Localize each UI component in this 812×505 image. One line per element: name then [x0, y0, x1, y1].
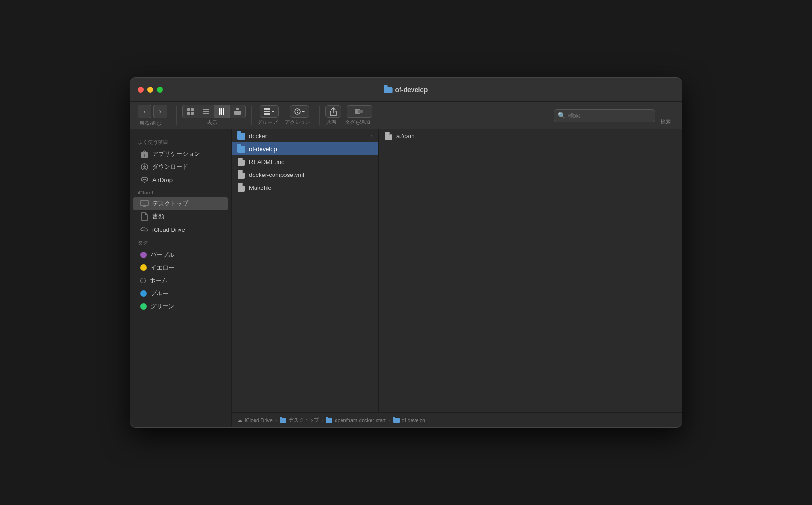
share-button[interactable] — [325, 105, 341, 118]
svg-rect-18 — [297, 112, 298, 113]
documents-icon — [140, 212, 149, 221]
file-doc-icon — [237, 170, 245, 179]
list-item[interactable]: docker-compose.yml — [232, 168, 378, 181]
svg-rect-0 — [187, 108, 190, 111]
nav-label: 戻る/進む — [139, 120, 161, 127]
window-controls — [138, 87, 163, 93]
file-label: Makefile — [249, 184, 271, 191]
toolbar: ‹ › 戻る/進む — [130, 102, 682, 129]
forward-button[interactable]: › — [153, 105, 167, 118]
close-button[interactable] — [138, 87, 144, 93]
window-title: of-develop — [395, 86, 428, 94]
sidebar-item-tag-blue[interactable]: ブルー — [133, 287, 228, 300]
action-button[interactable] — [290, 105, 309, 118]
breadcrumb-folder-icon — [393, 418, 400, 423]
svg-rect-17 — [297, 110, 298, 111]
back-button[interactable]: ‹ — [138, 105, 151, 118]
desktop-icon — [140, 200, 149, 208]
tag-button[interactable] — [347, 105, 372, 118]
sidebar-item-desktop[interactable]: デスクトップ — [133, 197, 228, 210]
column-1: docker › of-develop › README.md doc — [232, 129, 379, 412]
svg-rect-9 — [223, 108, 224, 115]
breadcrumb-icloud: iCloud Drive — [245, 417, 273, 423]
breadcrumb-sep: › — [389, 417, 390, 423]
title-bar: of-develop — [130, 78, 682, 102]
sidebar: よく使う項目 アプリケーション — [130, 129, 232, 427]
file-label: README.md — [249, 159, 284, 165]
breadcrumb-sep: › — [275, 417, 277, 423]
chevron-right-icon: › — [371, 133, 373, 139]
folder-icon — [237, 132, 245, 140]
status-bar: ☁ iCloud Drive › デスクトップ › openfoam-docke… — [232, 412, 682, 427]
column-view-btn[interactable] — [214, 105, 230, 118]
svg-rect-12 — [264, 108, 270, 110]
columns-view: docker › of-develop › README.md doc — [232, 129, 682, 412]
view-label: 表示 — [207, 119, 217, 126]
share-label: 共有 — [326, 119, 336, 126]
yellow-tag-dot — [140, 264, 147, 271]
list-item[interactable]: docker › — [232, 129, 378, 142]
maximize-button[interactable] — [157, 87, 163, 93]
title-bar-center: of-develop — [384, 86, 428, 94]
minimize-button[interactable] — [147, 87, 153, 93]
sidebar-item-tag-home[interactable]: ホーム — [133, 274, 228, 287]
sidebar-item-downloads[interactable]: ダウンロード — [133, 160, 228, 173]
favorites-section-label: よく使う項目 — [130, 135, 231, 147]
chevron-right-icon: › — [371, 146, 373, 152]
sidebar-item-applications[interactable]: アプリケーション — [133, 147, 228, 160]
breadcrumb-folder-icon — [280, 418, 286, 423]
svg-rect-23 — [144, 154, 145, 157]
column-3 — [526, 129, 682, 412]
sidebar-item-tag-green[interactable]: グリーン — [133, 300, 228, 313]
breadcrumb-desktop: デスクトップ — [289, 417, 319, 423]
search-box[interactable]: 🔍 — [554, 109, 655, 122]
file-label: a.foam — [396, 133, 415, 140]
breadcrumb: openfoam-docker-start — [326, 417, 386, 423]
list-item[interactable]: a.foam — [379, 129, 526, 142]
purple-tag-label: パープル — [151, 251, 174, 259]
breadcrumb: ☁ iCloud Drive — [237, 417, 273, 423]
file-doc-icon — [384, 132, 393, 140]
gallery-view-btn[interactable] — [230, 105, 245, 118]
sidebar-item-tag-purple[interactable]: パープル — [133, 248, 228, 261]
breadcrumb-of-develop: of-develop — [402, 417, 425, 423]
sidebar-item-airdrop[interactable]: AirDrop — [133, 173, 228, 186]
action-toolbar-group: アクション — [285, 105, 314, 126]
breadcrumb-openfoam: openfoam-docker-start — [335, 417, 386, 423]
list-item[interactable]: Makefile — [232, 181, 378, 194]
sidebar-item-icloud-drive[interactable]: iCloud Drive — [133, 223, 228, 236]
documents-label: 書類 — [152, 212, 164, 221]
downloads-label: ダウンロード — [152, 163, 188, 171]
downloads-icon — [140, 163, 149, 171]
search-icon: 🔍 — [558, 112, 565, 119]
airdrop-label: AirDrop — [152, 176, 173, 183]
breadcrumb-folder-icon — [326, 418, 332, 423]
svg-rect-6 — [203, 113, 209, 114]
search-input[interactable] — [568, 112, 651, 119]
blue-tag-label: ブルー — [151, 289, 168, 298]
svg-rect-3 — [191, 112, 194, 115]
svg-marker-19 — [302, 111, 305, 112]
svg-rect-11 — [236, 108, 239, 110]
list-view-btn[interactable] — [198, 105, 214, 118]
column-2: a.foam — [379, 129, 526, 412]
icon-view-btn[interactable] — [183, 105, 198, 118]
sidebar-item-tag-yellow[interactable]: イエロー — [133, 261, 228, 274]
svg-rect-14 — [264, 113, 270, 115]
list-item[interactable]: of-develop › — [232, 142, 378, 155]
tag-label: タグを追加 — [345, 119, 370, 126]
group-button[interactable] — [260, 105, 279, 118]
applications-label: アプリケーション — [152, 150, 200, 158]
green-tag-dot — [140, 303, 147, 310]
svg-rect-2 — [187, 112, 190, 115]
green-tag-label: グリーン — [151, 302, 174, 311]
file-doc-icon — [237, 183, 245, 192]
breadcrumb: デスクトップ — [280, 417, 319, 423]
folder-icon — [237, 145, 245, 153]
list-item[interactable]: README.md — [232, 155, 378, 168]
sidebar-item-documents[interactable]: 書類 — [133, 210, 228, 223]
svg-rect-21 — [358, 110, 363, 113]
file-doc-icon — [237, 158, 245, 166]
icloud-drive-label: iCloud Drive — [152, 226, 185, 233]
svg-rect-7 — [219, 108, 220, 115]
